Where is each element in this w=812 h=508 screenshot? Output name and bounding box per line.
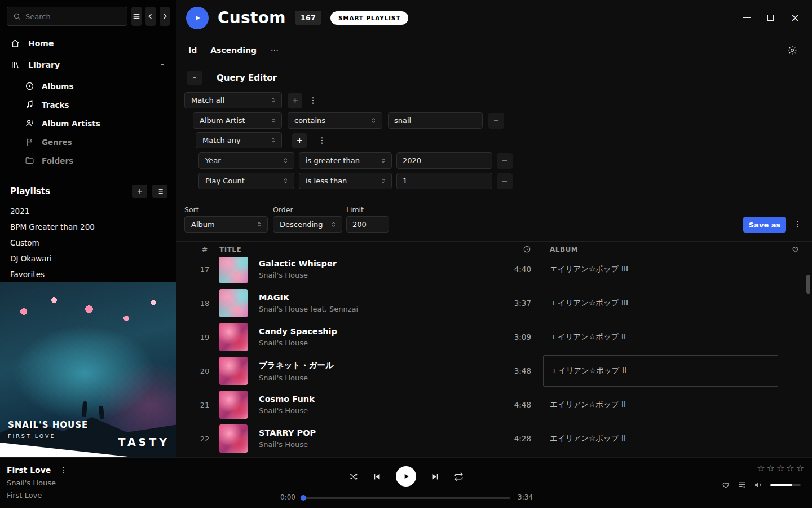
rule-operator-select[interactable]: is greater than bbox=[299, 152, 392, 169]
shuffle-button[interactable] bbox=[348, 472, 358, 481]
track-row[interactable]: 17Galactic WhisperSnail's House4:40エイリアン… bbox=[176, 257, 812, 286]
rule-field-select[interactable]: Year bbox=[198, 152, 294, 169]
track-duration: 4:40 bbox=[482, 265, 531, 274]
star-icon[interactable]: ☆ bbox=[757, 464, 765, 473]
track-row[interactable]: 20プラネット・ガールSnail's House3:48エイリアン☆ポップ II bbox=[176, 354, 812, 388]
volume-icon[interactable] bbox=[754, 480, 763, 489]
minimize-button[interactable] bbox=[743, 17, 751, 18]
sidebar-item-folders[interactable]: Folders bbox=[0, 151, 176, 170]
column-favorite[interactable] bbox=[778, 245, 812, 253]
collapse-query-editor-button[interactable] bbox=[187, 71, 202, 85]
track-duration: 3:48 bbox=[482, 366, 531, 375]
rule-operator-select[interactable]: is less than bbox=[299, 173, 392, 189]
rule-value-input[interactable] bbox=[396, 173, 492, 189]
playlist-item[interactable]: 2021 bbox=[0, 203, 176, 219]
minus-icon bbox=[501, 177, 509, 185]
track-artist: Snail's House bbox=[259, 271, 482, 279]
queue-button[interactable] bbox=[738, 480, 747, 489]
now-playing-artist[interactable]: Snail's House bbox=[7, 479, 68, 487]
track-row[interactable]: 21Cosmo FunkSnail's House4:48エイリアン☆ポップ I… bbox=[176, 388, 812, 422]
add-rule-button[interactable] bbox=[292, 133, 307, 148]
sidebar-item-library[interactable]: Library bbox=[0, 54, 176, 76]
nav-back-button[interactable] bbox=[145, 7, 156, 26]
match-mode-select[interactable]: Match all bbox=[184, 92, 282, 108]
nav-forward-button[interactable] bbox=[160, 7, 170, 26]
maximize-button[interactable] bbox=[767, 15, 774, 21]
order-label: Order bbox=[273, 205, 293, 214]
limit-input[interactable] bbox=[346, 216, 389, 233]
sidebar-item-genres[interactable]: Genres bbox=[0, 133, 176, 151]
play-playlist-button[interactable] bbox=[186, 7, 209, 29]
track-row[interactable]: 22STARRY POPSnail's House4:28エイリアン☆ポップ I… bbox=[176, 422, 812, 456]
sidebar-item-album-artists[interactable]: Album Artists bbox=[0, 114, 176, 133]
sidebar-item-tracks[interactable]: Tracks bbox=[0, 95, 176, 114]
remove-rule-button[interactable] bbox=[488, 113, 504, 129]
star-icon[interactable]: ☆ bbox=[767, 464, 775, 473]
player-right-controls bbox=[721, 480, 801, 489]
star-icon[interactable]: ☆ bbox=[776, 464, 784, 473]
column-album[interactable]: ALBUM bbox=[550, 246, 778, 253]
remove-rule-button[interactable] bbox=[497, 173, 513, 189]
column-title[interactable]: TITLE bbox=[219, 246, 482, 253]
more-options-icon[interactable] bbox=[270, 46, 279, 55]
settings-gear-icon[interactable] bbox=[787, 45, 797, 55]
artwork-watermark: TASTY bbox=[118, 436, 170, 448]
track-album[interactable]: エイリアン☆ポップ II bbox=[543, 355, 778, 387]
now-playing-options-icon[interactable] bbox=[58, 466, 68, 474]
favorite-heart-button[interactable] bbox=[721, 480, 730, 489]
search-input[interactable] bbox=[25, 12, 121, 21]
column-index[interactable]: # bbox=[190, 245, 219, 253]
search-box[interactable] bbox=[7, 7, 127, 26]
previous-track-button[interactable] bbox=[372, 472, 382, 481]
track-list: 17Galactic WhisperSnail's House4:40エイリアン… bbox=[176, 257, 812, 457]
playlist-item[interactable]: Favorites bbox=[0, 266, 176, 282]
track-album[interactable]: エイリアン☆ポップ II bbox=[550, 332, 778, 342]
order-select[interactable]: Descending bbox=[273, 216, 342, 233]
seek-handle[interactable] bbox=[301, 495, 306, 501]
playlist-item[interactable]: DJ Okawari bbox=[0, 251, 176, 266]
playlist-item[interactable]: BPM Greater than 200 bbox=[0, 219, 176, 235]
sort-field-button[interactable]: Id bbox=[188, 46, 197, 55]
now-playing-artwork[interactable]: SNAIL'S HOUSE FIRST LOVE TASTY bbox=[0, 282, 176, 457]
volume-slider[interactable] bbox=[770, 484, 801, 486]
scrollbar-thumb[interactable] bbox=[806, 275, 810, 294]
add-rule-button[interactable] bbox=[288, 93, 302, 108]
rule-field-select[interactable]: Album Artist bbox=[193, 112, 282, 129]
match-mode-select[interactable]: Match any bbox=[196, 132, 282, 148]
track-album[interactable]: エイリアン☆ポップ III bbox=[550, 264, 778, 274]
rule-operator-select[interactable]: contains bbox=[288, 112, 382, 129]
close-button[interactable]: × bbox=[791, 12, 800, 24]
sort-select[interactable]: Album bbox=[184, 216, 268, 233]
playlist-item[interactable]: Custom bbox=[0, 235, 176, 251]
star-icon[interactable]: ☆ bbox=[786, 464, 794, 473]
track-album[interactable]: エイリアン☆ポップ II bbox=[550, 433, 778, 444]
group-options-icon[interactable] bbox=[308, 96, 318, 105]
now-playing-title[interactable]: First Love bbox=[7, 466, 51, 475]
sidebar-item-albums[interactable]: Albums bbox=[0, 77, 176, 95]
rule-field-select[interactable]: Play Count bbox=[198, 173, 294, 189]
now-playing-album[interactable]: First Love bbox=[7, 491, 68, 500]
sort-direction-button[interactable]: Ascending bbox=[210, 46, 257, 55]
sidebar-item-home[interactable]: Home bbox=[0, 33, 176, 54]
track-album[interactable]: エイリアン☆ポップ III bbox=[550, 298, 778, 308]
column-duration[interactable] bbox=[482, 245, 531, 253]
seek-bar[interactable] bbox=[302, 497, 510, 499]
star-icon[interactable]: ☆ bbox=[796, 464, 804, 473]
menu-button[interactable] bbox=[131, 7, 142, 26]
now-playing-info: First Love Snail's House First Love bbox=[7, 466, 68, 500]
rule-value-input[interactable] bbox=[388, 112, 483, 129]
add-playlist-button[interactable] bbox=[132, 185, 147, 198]
next-track-button[interactable] bbox=[430, 472, 440, 481]
track-album[interactable]: エイリアン☆ポップ II bbox=[550, 400, 778, 410]
chevron-up-icon[interactable] bbox=[158, 61, 166, 69]
save-as-button[interactable]: Save as bbox=[743, 217, 786, 233]
group-options-icon[interactable] bbox=[317, 136, 327, 145]
save-options-icon[interactable] bbox=[792, 220, 802, 229]
track-row[interactable]: 19Candy SpaceshipSnail's House3:09エイリアン☆… bbox=[176, 320, 812, 354]
remove-rule-button[interactable] bbox=[497, 153, 513, 169]
rule-value-input[interactable] bbox=[396, 152, 492, 169]
play-pause-button[interactable] bbox=[396, 466, 416, 487]
playlist-list-options-button[interactable] bbox=[152, 185, 167, 198]
repeat-button[interactable] bbox=[454, 472, 464, 481]
track-row[interactable]: 18MAGIKSnail's House feat. Sennzai3:37エイ… bbox=[176, 286, 812, 320]
